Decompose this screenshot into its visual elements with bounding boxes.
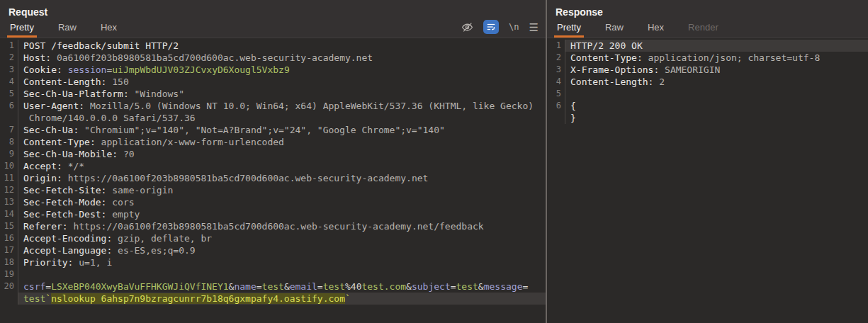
code-line-text: Sec-Ch-Ua: "Chromium";v="140", "Not=A?Br… [18,124,546,136]
line-number: 9 [0,148,18,160]
menu-icon[interactable]: ☰ [529,20,539,34]
code-line[interactable]: 1POST /feedback/submit HTTP/2 [0,40,546,52]
code-line[interactable]: 4Content-Length: 150 [0,76,546,88]
hidden-items-eye-icon[interactable] [461,20,473,34]
line-number: 12 [0,184,18,196]
code-line-text: Referer: https://0a6100f203b8980581ba5cd… [18,220,546,232]
code-line[interactable]: 9Sec-Ch-Ua-Mobile: ?0 [0,148,546,160]
code-line-text: { [565,100,868,112]
code-line[interactable]: 2Content-Type: application/json; charset… [547,52,868,64]
line-number [0,293,18,305]
line-number: 16 [0,232,18,244]
code-line-text: User-Agent: Mozilla/5.0 (Windows NT 10.0… [18,100,546,112]
line-number: 6 [547,100,565,112]
response-tab-render: Render [687,19,720,38]
code-line[interactable]: 5 [547,88,868,100]
line-number: 4 [547,76,565,88]
line-number: 7 [0,124,18,136]
line-number: 5 [0,88,18,100]
code-line-text: Content-Length: 150 [18,76,546,88]
code-line-text: Sec-Ch-Ua-Platform: "Windows" [18,88,546,100]
code-line[interactable]: test`nslookup 6ahsp7n9bzragcunrr7b18q6gx… [0,293,546,305]
response-tab-strip: Pretty Raw Hex Render [547,19,868,38]
code-line-text: Accept-Encoding: gzip, deflate, br [18,232,546,244]
response-tab-raw[interactable]: Raw [604,19,625,38]
code-line[interactable]: 19 [0,268,546,280]
code-line-text: Sec-Fetch-Mode: cors [18,196,546,208]
line-number: 20 [0,280,18,293]
response-editor[interactable]: 1HTTP/2 200 OK2Content-Type: application… [547,38,868,323]
line-number: 1 [547,40,565,52]
code-line[interactable]: 16Accept-Encoding: gzip, deflate, br [0,232,546,244]
code-line[interactable]: 13Sec-Fetch-Mode: cors [0,196,546,208]
code-line[interactable]: 6User-Agent: Mozilla/5.0 (Windows NT 10.… [0,100,546,112]
response-panel-header: Response Pretty Raw Hex Render [547,0,868,38]
code-line[interactable]: 14Sec-Fetch-Dest: empty [0,208,546,220]
response-panel: Response Pretty Raw Hex Render 1HTTP/2 2… [547,0,868,323]
code-line[interactable]: 2Host: 0a6100f203b8980581ba5cd700d600ac.… [0,52,546,64]
code-line-text: Host: 0a6100f203b8980581ba5cd700d600ac.w… [18,52,546,64]
line-number: 11 [0,172,18,184]
line-number: 10 [0,160,18,172]
code-line[interactable]: 8Content-Type: application/x-www-form-ur… [0,136,546,148]
response-tab-hex[interactable]: Hex [646,19,665,38]
code-line[interactable]: } [547,112,868,124]
code-line-text: Cookie: session=uiJmpWbdUJV03ZJCvxyD6Xou… [18,64,546,76]
code-line[interactable]: 6{ [547,100,868,112]
line-number: 8 [0,136,18,148]
response-tab-pretty[interactable]: Pretty [556,19,582,38]
code-line-text: Content-Length: 2 [565,76,868,88]
line-number: 5 [547,88,565,100]
request-panel-header: Request Pretty Raw Hex [0,0,546,38]
line-number: 19 [0,268,18,280]
code-line[interactable]: 4Content-Length: 2 [547,76,868,88]
newline-icon[interactable]: \n [509,20,519,34]
code-line[interactable]: 17Accept-Language: es-ES,es;q=0.9 [0,244,546,256]
request-tab-pretty[interactable]: Pretty [9,19,35,38]
request-tab-strip: Pretty Raw Hex [0,19,546,38]
code-line-text: Accept-Language: es-ES,es;q=0.9 [18,244,546,256]
line-number: 6 [0,100,18,112]
code-line-text: Origin: https://0a6100f203b8980581ba5cd7… [18,172,546,184]
code-line[interactable]: 18Priority: u=1, i [0,256,546,268]
code-line-text: Content-Type: application/json; charset=… [565,52,868,64]
code-line[interactable]: 5Sec-Ch-Ua-Platform: "Windows" [0,88,546,100]
code-line-text: Content-Type: application/x-www-form-url… [18,136,546,148]
word-wrap-icon[interactable] [483,20,499,34]
code-line[interactable]: 1HTTP/2 200 OK [547,40,868,52]
code-line[interactable]: Chrome/140.0.0.0 Safari/537.36 [0,112,546,124]
request-response-view: Request Pretty Raw Hex [0,0,868,323]
request-panel: Request Pretty Raw Hex [0,0,546,323]
request-tab-raw[interactable]: Raw [57,19,78,38]
line-number: 15 [0,220,18,232]
line-number: 3 [547,64,565,76]
code-line-text [565,88,868,100]
code-line[interactable]: 3Cookie: session=uiJmpWbdUJV03ZJCvxyD6Xo… [0,64,546,76]
code-line-text: X-Frame-Options: SAMEORIGIN [565,64,868,76]
request-editor[interactable]: 1POST /feedback/submit HTTP/22Host: 0a61… [0,38,546,323]
code-line[interactable]: 7Sec-Ch-Ua: "Chromium";v="140", "Not=A?B… [0,124,546,136]
request-panel-title: Request [0,0,546,19]
code-line-text: Sec-Fetch-Dest: empty [18,208,546,220]
code-line-text [18,268,546,280]
line-number: 2 [547,52,565,64]
line-number [547,112,565,124]
code-line[interactable]: 3X-Frame-Options: SAMEORIGIN [547,64,868,76]
line-number: 13 [0,196,18,208]
code-line[interactable]: 15Referer: https://0a6100f203b8980581ba5… [0,220,546,232]
line-number: 1 [0,40,18,52]
code-line[interactable]: 10Accept: */* [0,160,546,172]
code-line-text: Accept: */* [18,160,546,172]
code-line[interactable]: 12Sec-Fetch-Site: same-origin [0,184,546,196]
code-line-text: csrf=LSXeBP040XwyBaVuFFHKGWJiQVfINEY1&na… [18,280,546,293]
code-line-text: Sec-Ch-Ua-Mobile: ?0 [18,148,546,160]
line-number: 17 [0,244,18,256]
line-number: 3 [0,64,18,76]
code-line-text: test`nslookup 6ahsp7n9bzragcunrr7b18q6gx… [18,293,546,305]
code-line[interactable]: 20csrf=LSXeBP040XwyBaVuFFHKGWJiQVfINEY1&… [0,280,546,293]
line-number: 4 [0,76,18,88]
response-panel-title: Response [547,0,868,19]
code-line-text: Sec-Fetch-Site: same-origin [18,184,546,196]
request-tab-hex[interactable]: Hex [99,19,118,38]
code-line[interactable]: 11Origin: https://0a6100f203b8980581ba5c… [0,172,546,184]
